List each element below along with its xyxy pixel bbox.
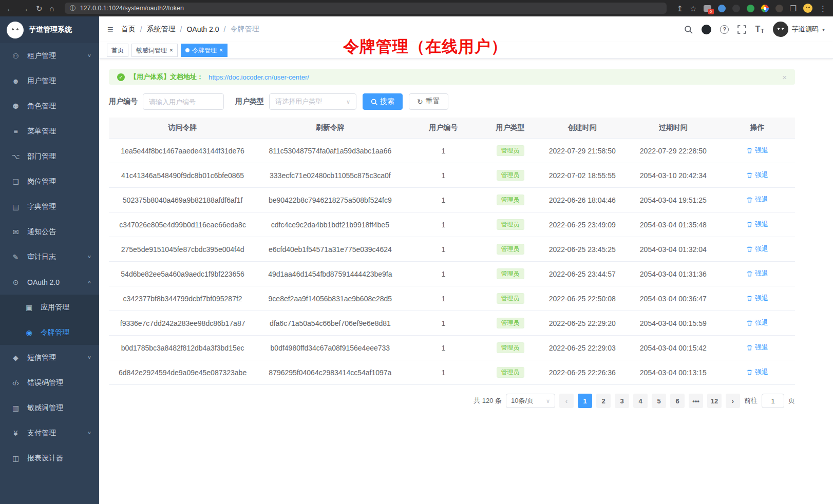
tab-close-icon[interactable]: ×	[219, 47, 223, 53]
page-button-1[interactable]: 1	[578, 394, 592, 408]
refresh-token-cell: 49d1aa46d1454fbd87591444423be9fa	[256, 262, 404, 286]
search-button[interactable]: 搜索	[363, 93, 403, 110]
tab-token[interactable]: 令牌管理×	[181, 44, 228, 57]
chevron-down-icon: ∨	[87, 254, 91, 259]
sidebar-item-sensitive-word[interactable]: ▥敏感词管理	[0, 395, 99, 420]
force-logout-button[interactable]: 强退	[746, 244, 768, 254]
browser-profile-avatar[interactable]	[803, 4, 812, 13]
extension-icon[interactable]	[747, 5, 754, 12]
sidebar-item-dept[interactable]: ⌥部门管理	[0, 144, 99, 169]
prev-page-button[interactable]: ‹	[559, 394, 574, 408]
sidebar-item-label: 审计日志	[27, 253, 56, 262]
refresh-token-cell: 9ce8ef2aa9f14056b831ae9b608e28d5	[256, 286, 404, 311]
sidebar-toggle-icon[interactable]: ❐	[790, 5, 797, 12]
sidebar-item-label: 租户管理	[27, 51, 56, 61]
search-icon[interactable]	[684, 25, 693, 34]
action-cell: 强退	[720, 360, 795, 385]
home-icon[interactable]: ⌂	[50, 5, 54, 12]
sidebar-item-oauth2-token[interactable]: ◉令牌管理	[0, 320, 99, 345]
tab-sensitive-word[interactable]: 敏感词管理×	[131, 44, 178, 57]
action-cell: 强退	[720, 139, 795, 163]
trash-icon	[746, 197, 753, 203]
sidebar-item-report-designer[interactable]: ◫报表设计器	[0, 445, 99, 471]
extension-icon[interactable]	[775, 5, 783, 12]
sidebar-item-label: 角色管理	[27, 102, 56, 111]
sidebar-item-dict[interactable]: ▤字典管理	[0, 194, 99, 219]
sidebar-item-post[interactable]: ❏岗位管理	[0, 169, 99, 194]
force-logout-button[interactable]: 强退	[746, 195, 768, 204]
sidebar-item-user[interactable]: ☻用户管理	[0, 68, 99, 93]
fullscreen-icon[interactable]	[737, 25, 746, 34]
force-logout-button[interactable]: 强退	[746, 318, 768, 327]
chrome-extension-icon[interactable]	[761, 5, 769, 12]
page-button-12[interactable]: 12	[707, 394, 722, 408]
sidebar-item-tenant[interactable]: ⚇租户管理∨	[0, 43, 99, 68]
total-count: 共 120 条	[474, 396, 502, 405]
sidebar-item-oauth2-app[interactable]: ▣应用管理	[0, 295, 99, 320]
breadcrumb-item[interactable]: OAuth 2.0	[186, 25, 219, 33]
menu-dots-icon[interactable]: ⋮	[819, 5, 827, 12]
page-size-value: 10条/页	[511, 396, 534, 405]
sidebar-item-audit-log[interactable]: ✎审计日志∨	[0, 244, 99, 269]
force-logout-button[interactable]: 强退	[746, 220, 768, 229]
force-logout-button[interactable]: 强退	[746, 343, 768, 352]
extension-icon[interactable]	[718, 5, 726, 12]
user-id-input[interactable]	[143, 93, 224, 110]
expire-time-cell: 2022-07-29 22:28:50	[627, 139, 720, 163]
create-time-cell: 2022-06-25 22:26:36	[538, 360, 627, 385]
force-logout-button[interactable]: 强退	[746, 294, 768, 303]
back-icon[interactable]: ←	[6, 5, 14, 12]
sidebar-item-pay[interactable]: ¥支付管理∨	[0, 420, 99, 445]
access-token-cell: b0d1785bc3a8482f812db4a3f3bd15ec	[109, 336, 256, 360]
reload-icon[interactable]: ↻	[36, 5, 43, 12]
logo-avatar	[7, 22, 24, 38]
page-button-2[interactable]: 2	[596, 394, 611, 408]
tab-close-icon[interactable]: ×	[169, 47, 173, 53]
page-button-4[interactable]: 4	[633, 394, 648, 408]
app-logo[interactable]: 芋道管理系统	[0, 16, 99, 43]
force-logout-button[interactable]: 强退	[746, 146, 768, 155]
font-size-icon[interactable]: TT	[755, 25, 764, 34]
page-size-select[interactable]: 10条/页 ∨	[506, 394, 555, 408]
sidebar-item-sms[interactable]: ◆短信管理∨	[0, 345, 99, 370]
extension-icon[interactable]	[732, 5, 740, 12]
collapse-menu-icon[interactable]: ≡	[107, 24, 113, 35]
user-type-badge: 管理员	[497, 195, 524, 205]
force-logout-button[interactable]: 强退	[746, 170, 768, 180]
goto-page-input[interactable]	[762, 394, 784, 408]
tab-home[interactable]: 首页	[107, 44, 128, 57]
site-info-icon[interactable]: ⓘ	[70, 4, 76, 13]
pager-more-button[interactable]: •••	[689, 394, 703, 408]
sidebar-item-menu[interactable]: ≡菜单管理	[0, 119, 99, 144]
sidebar-item-oauth2[interactable]: ⊙OAuth 2.0∧	[0, 269, 99, 295]
page-button-5[interactable]: 5	[652, 394, 666, 408]
tab-label: 首页	[111, 46, 124, 55]
reset-button[interactable]: ↻ 重置	[409, 93, 448, 110]
help-icon[interactable]: ?	[720, 25, 729, 34]
share-icon[interactable]: ↥	[677, 5, 684, 12]
url-text: 127.0.0.1:1024/system/oauth2/token	[80, 5, 184, 12]
breadcrumb-item[interactable]: 系统管理	[147, 25, 176, 34]
url-bar[interactable]: ⓘ 127.0.0.1:1024/system/oauth2/token	[65, 3, 667, 14]
user-type-select[interactable]: 请选择用户类型 ∨	[269, 93, 356, 110]
sidebar-item-role[interactable]: ⚉角色管理	[0, 93, 99, 119]
force-logout-button[interactable]: 强退	[746, 367, 768, 377]
page-button-3[interactable]: 3	[615, 394, 629, 408]
alert-close-icon[interactable]: ×	[782, 73, 787, 82]
extension-icon[interactable]: 0	[704, 5, 711, 12]
page-button-6[interactable]: 6	[670, 394, 685, 408]
user-type-badge: 管理员	[497, 145, 524, 156]
table-row: f9336e7c7dd242a283ee98dc86b17a87dfa6c71a…	[109, 311, 795, 336]
forward-icon[interactable]: →	[21, 5, 29, 12]
github-icon[interactable]	[702, 25, 711, 34]
goto-prefix: 前往	[744, 396, 758, 405]
sidebar-item-notice[interactable]: ✉通知公告	[0, 219, 99, 244]
bookmark-star-icon[interactable]: ☆	[690, 5, 696, 12]
alert-doc-link[interactable]: https://doc.iocoder.cn/user-center/	[209, 73, 309, 81]
breadcrumb-item[interactable]: 首页	[121, 25, 136, 34]
next-page-button[interactable]: ›	[726, 394, 740, 408]
force-logout-button[interactable]: 强退	[746, 269, 768, 278]
user-menu[interactable]: 芋道源码 ▾	[773, 22, 825, 37]
sidebar-item-error-code[interactable]: ‹/›错误码管理	[0, 370, 99, 395]
access-token-cell: 275e5de9151045fe87cbdc395e004f4d	[109, 237, 256, 262]
